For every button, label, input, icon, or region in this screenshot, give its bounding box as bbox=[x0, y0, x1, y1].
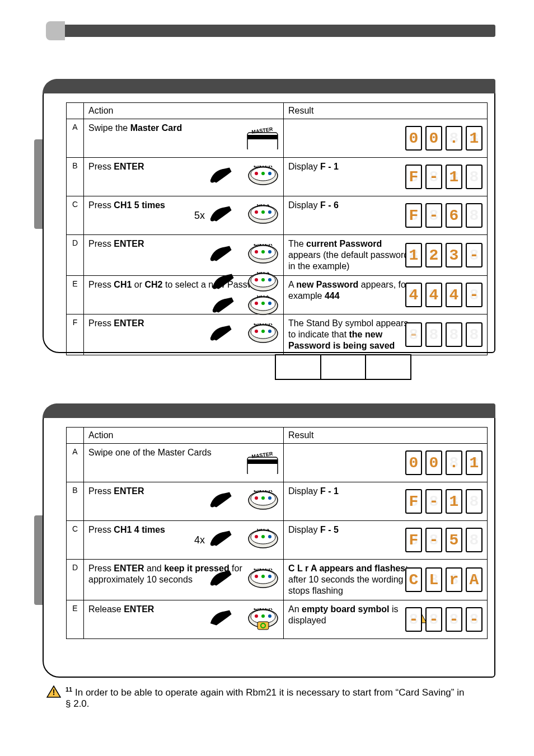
table-row: FPress ENTERENTERThe Stand By symbol app… bbox=[67, 314, 488, 355]
lcd-display: F-1 bbox=[405, 489, 483, 514]
action-cell: Release ENTERENTER bbox=[84, 600, 284, 639]
lcd-digit bbox=[466, 203, 483, 228]
lcd-digit: 3 bbox=[446, 243, 462, 267]
col-action: Action bbox=[84, 103, 284, 119]
result-cell: A new Password appears, for example 4444… bbox=[284, 276, 488, 314]
lcd-digit: r bbox=[446, 567, 462, 592]
result-cell: Display F - 1F-1 bbox=[284, 158, 488, 196]
action-icons: ENTER bbox=[209, 166, 280, 188]
action-icons: CH 1CH 2 bbox=[212, 272, 280, 318]
footnote: ! 11 In order to be able to operate agai… bbox=[65, 686, 484, 710]
row-index: B bbox=[67, 482, 84, 521]
warning-icon: ! bbox=[46, 685, 61, 698]
table-row: BPress ENTERENTERDisplay F - 1F-1 bbox=[67, 482, 488, 521]
hand-release-icon bbox=[209, 608, 243, 631]
action-icons: 5xCH 1 bbox=[194, 204, 280, 227]
card-header-stripe bbox=[43, 79, 495, 93]
lcd-digit: - bbox=[466, 283, 483, 307]
lcd-digit: - bbox=[446, 607, 462, 632]
ch1-key-icon: CH 1 bbox=[246, 204, 280, 227]
lcd-digit: - bbox=[425, 165, 442, 189]
lcd-digit: - bbox=[405, 607, 422, 632]
action-icons: ENTER bbox=[209, 608, 280, 631]
lcd-digit: 4 bbox=[425, 283, 442, 307]
action-text: Press ENTER bbox=[88, 162, 144, 171]
lcd-digit bbox=[466, 322, 483, 347]
action-text: Press CH1 5 times bbox=[88, 200, 165, 210]
row-index: B bbox=[67, 158, 84, 196]
lcd-digit: 1 bbox=[466, 450, 483, 475]
row-index: D bbox=[67, 235, 84, 276]
lcd-digit: F bbox=[405, 528, 422, 552]
result-text: Display F - 6 bbox=[288, 200, 339, 211]
row-index: E bbox=[67, 276, 84, 314]
action-text: Release ENTER bbox=[88, 604, 154, 614]
row-index: D bbox=[67, 560, 84, 600]
enter-key-icon: ENTER bbox=[246, 490, 280, 513]
lcd-digit: . bbox=[446, 126, 462, 151]
row-index: E bbox=[67, 600, 84, 639]
master-card-icon bbox=[246, 127, 280, 149]
table-row: DPress ENTERENTERThe current Password ap… bbox=[67, 235, 488, 276]
col-result-2: Result bbox=[284, 428, 488, 444]
lcd-digit: 0 bbox=[405, 126, 422, 151]
lcd-digit: 1 bbox=[446, 489, 462, 514]
svg-text:ENTER: ENTER bbox=[254, 166, 273, 168]
steps-table-2: Action Result ASwipe one of the Master C… bbox=[66, 427, 488, 639]
action-cell: Swipe one of the Master Cards bbox=[84, 444, 284, 482]
hand-press-icon bbox=[209, 569, 243, 591]
manual-page: Action Result ASwipe the Master Card00.1… bbox=[0, 0, 534, 756]
enter-key-icon: ENTER bbox=[246, 569, 280, 591]
steps-table-1: Action Result ASwipe the Master Card00.1… bbox=[66, 102, 488, 355]
card-header-stripe-2 bbox=[43, 403, 495, 418]
action-icons: 4xCH 1 bbox=[194, 529, 280, 551]
result-text: The Stand By symbol appears to indicate … bbox=[288, 318, 411, 351]
result-cell: The Stand By symbol appears to indicate … bbox=[284, 314, 488, 355]
footnote-text: In order to be able to operate again wit… bbox=[65, 687, 464, 709]
lcd-display: 123- bbox=[405, 243, 483, 267]
ch1-key-icon: CH 1 bbox=[246, 529, 280, 551]
action-cell: Press ENTER and keep it pressed for appr… bbox=[84, 560, 284, 600]
action-icons: ENTER bbox=[209, 323, 280, 346]
lcd-digit: C bbox=[405, 567, 422, 592]
lcd-display: F-6 bbox=[405, 203, 483, 228]
action-text: Press ENTER bbox=[88, 239, 144, 248]
page-fold-box bbox=[275, 354, 411, 380]
svg-text:ENTER: ENTER bbox=[254, 569, 273, 571]
lcd-digit: - bbox=[425, 489, 442, 514]
result-text: C L r A appears and flashes; after 10 se… bbox=[288, 563, 411, 597]
result-cell: Display F - 5F-5 bbox=[284, 521, 488, 560]
lcd-display: F-5 bbox=[405, 528, 483, 552]
lcd-digit bbox=[425, 322, 442, 347]
action-cell: Press ENTERENTER bbox=[84, 158, 284, 196]
ch1-key-icon: CH 1 bbox=[246, 272, 280, 294]
lcd-digit: 6 bbox=[446, 203, 462, 228]
lcd-digit bbox=[466, 489, 483, 514]
table-row: ASwipe one of the Master Cards00.1 bbox=[67, 444, 488, 482]
lcd-display: CLrA bbox=[405, 567, 483, 592]
lcd-digit: 4 bbox=[405, 283, 422, 307]
lcd-digit: F bbox=[405, 165, 422, 189]
lcd-digit: 0 bbox=[425, 450, 442, 475]
result-text: An empty board symbol is displayed bbox=[288, 604, 411, 626]
result-cell: Display F - 1F-1 bbox=[284, 482, 488, 521]
action-cell: Press ENTERENTER bbox=[84, 235, 284, 276]
header-stripe bbox=[48, 25, 495, 37]
svg-text:ENTER: ENTER bbox=[254, 608, 273, 611]
lcd-digit: 5 bbox=[446, 528, 462, 552]
lcd-digit: L bbox=[425, 567, 442, 592]
lcd-digit: 0 bbox=[425, 126, 442, 151]
col-action-2: Action bbox=[84, 428, 284, 444]
lcd-display: - bbox=[405, 322, 483, 347]
svg-text:ENTER: ENTER bbox=[254, 244, 273, 247]
master-card-icon bbox=[246, 452, 280, 474]
enter-key-icon: ENTER bbox=[246, 323, 280, 346]
svg-text:CH 1: CH 1 bbox=[257, 529, 270, 532]
hand-press-icon bbox=[209, 323, 243, 346]
result-text: A new Password appears, for example 444 bbox=[288, 279, 411, 302]
row-index: C bbox=[67, 196, 84, 235]
lcd-display: 444- bbox=[405, 283, 483, 307]
row-index: A bbox=[67, 119, 84, 158]
table-row: BPress ENTERENTERDisplay F - 1F-1 bbox=[67, 158, 488, 196]
hand-press-icon bbox=[209, 166, 243, 188]
